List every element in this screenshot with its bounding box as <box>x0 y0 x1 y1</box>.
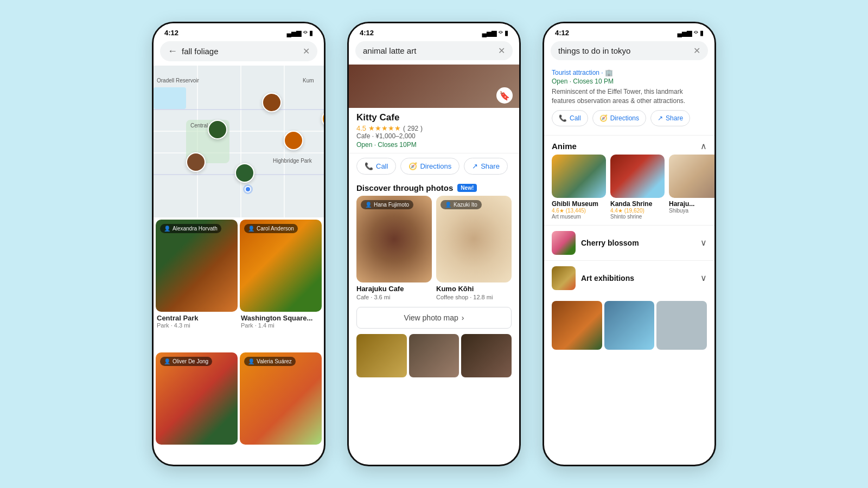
bottom-thumb-2[interactable] <box>461 334 512 377</box>
battery-icon-3: ▮ <box>700 29 704 37</box>
photo-info-1: Washington Square... Park · 1.4 mi <box>240 312 322 332</box>
map-background: Oradell Reservoir Central Park Highbridg… <box>154 66 324 217</box>
cherry-blossom-thumb <box>552 231 576 255</box>
status-bar-2: 4:12 ▄▅▆ ⌔ ▮ <box>349 23 519 39</box>
list-item[interactable]: 👤 Oliver De Jong <box>156 352 238 463</box>
ghibli-title: Ghibli Museum <box>552 200 606 208</box>
phone1-content: Oradell Reservoir Central Park Highbridg… <box>154 66 324 465</box>
current-location-dot <box>245 186 251 192</box>
user-icon: 👤 <box>164 226 170 232</box>
view-map-label: View photo map <box>404 313 458 322</box>
photo-item-2[interactable]: 👤 Oliver De Jong <box>156 352 238 445</box>
user-icon: 👤 <box>164 358 170 364</box>
map-pin-4[interactable] <box>322 109 324 129</box>
view-photo-map-button[interactable]: View photo map › <box>356 307 512 329</box>
back-button-1[interactable]: ← <box>168 46 177 57</box>
tokyo-thumb-1[interactable] <box>604 301 655 350</box>
share-icon-3: ↗ <box>658 114 663 122</box>
map-pin-1[interactable] <box>262 93 282 112</box>
photo-grid-1: 👤 Alexandra Horvath Central Park Park · … <box>154 217 324 465</box>
attraction-info: Tourist attraction · 🏢 Open · Closes 10 … <box>544 65 714 135</box>
directions-button-3[interactable]: 🧭 Directions <box>592 110 646 126</box>
share-button-2[interactable]: ↗ Share <box>464 158 508 175</box>
listing-top-image: 🔖 <box>349 65 519 108</box>
discover-sub-1: Coffee shop · 12.8 mi <box>436 294 512 300</box>
photo-info-0: Central Park Park · 4.3 mi <box>156 312 238 332</box>
phone-1: 4:12 ▄▅▆ ⌔ ▮ ← ✕ <box>152 22 326 466</box>
photo-item-3[interactable]: 👤 Valeria Suárez <box>240 352 322 445</box>
cherry-blossom-row[interactable]: Cherry blossom ∨ <box>544 225 714 260</box>
kanda-shrine-image <box>610 155 665 198</box>
map-pin-5[interactable] <box>186 152 206 172</box>
anime-cards: Ghibli Museum 4.6★ (13,445) Art museum K… <box>544 155 714 225</box>
chevron-down-icon-art: ∨ <box>700 273 707 283</box>
search-bar-1[interactable]: ← ✕ <box>160 41 317 61</box>
art-exhibitions-row[interactable]: Art exhibitions ∨ <box>544 260 714 296</box>
status-bar-1: 4:12 ▄▅▆ ⌔ ▮ <box>154 23 324 39</box>
discover-title: Discover through photos <box>356 183 453 192</box>
user-icon: 👤 <box>248 358 254 364</box>
listing-name: Kitty Cafe <box>356 112 512 123</box>
bottom-photo-thumbs <box>349 334 519 377</box>
discover-item-0[interactable]: 👤 Hana Fujimoto Harajuku Cafe Cafe · 3.6… <box>356 196 432 300</box>
list-item[interactable]: Kanda Shrine 4.4★ (19,620) Shinto shrine <box>610 155 665 220</box>
listing-review-close: ) <box>420 125 423 132</box>
chevron-down-icon-cherry: ∨ <box>700 237 707 248</box>
phone-3: 4:12 ▄▅▆ ⌔ ▮ ✕ Tourist attraction · 🏢 Op… <box>542 22 716 466</box>
list-item[interactable]: 👤 Valeria Suárez <box>240 352 322 463</box>
map-label-kum: Kum <box>303 78 314 84</box>
bottom-thumb-0[interactable] <box>356 334 407 377</box>
search-input-3[interactable] <box>558 46 689 55</box>
wifi-icon-3: ⌔ <box>694 29 698 37</box>
signal-icon: ▄▅▆ <box>286 29 301 37</box>
photo-item-1[interactable]: 👤 Carol Anderson <box>240 220 322 312</box>
map-pin-2[interactable] <box>208 120 227 139</box>
list-item[interactable]: 👤 Carol Anderson Washington Square... Pa… <box>240 220 322 350</box>
listing-category: Cafe · ¥1,000–2,000 <box>356 132 512 140</box>
tokyo-thumb-0[interactable] <box>552 301 602 350</box>
list-item[interactable]: Haraju... Shibuya <box>669 155 714 220</box>
call-button-3[interactable]: 📞 Call <box>552 110 588 126</box>
bookmark-button[interactable]: 🔖 <box>496 87 513 104</box>
call-button-2[interactable]: 📞 Call <box>356 158 396 175</box>
tokyo-thumb-2[interactable] <box>656 301 707 350</box>
list-item[interactable]: 👤 Alexandra Horvath Central Park Park · … <box>156 220 238 350</box>
phone2-content: Kitty Cafe 4.5 ★★★★★ ( 292 ) Cafe · ¥1,0… <box>349 108 519 465</box>
discover-item-1[interactable]: 👤 Kazuki Ito Kumo Kōhi Coffee shop · 12.… <box>436 196 512 300</box>
close-icon-3[interactable]: ✕ <box>693 46 700 56</box>
directions-button-2[interactable]: 🧭 Directions <box>400 158 459 175</box>
directions-icon-3: 🧭 <box>599 114 608 122</box>
search-input-2[interactable] <box>363 46 494 55</box>
listing-review-number: 292 <box>407 125 418 132</box>
share-button-3[interactable]: ↗ Share <box>650 110 690 126</box>
photo-item-0[interactable]: 👤 Alexandra Horvath <box>156 220 238 312</box>
close-icon-2[interactable]: ✕ <box>498 46 505 56</box>
battery-icon: ▮ <box>309 29 313 37</box>
map-pin-3[interactable] <box>284 131 303 150</box>
directions-icon-2: 🧭 <box>409 162 417 170</box>
attraction-description: Reminiscent of the Eiffel Tower, this la… <box>552 87 707 106</box>
status-bar-3: 4:12 ▄▅▆ ⌔ ▮ <box>544 23 714 39</box>
bottom-thumb-1[interactable] <box>409 334 459 377</box>
map-pin-6[interactable] <box>235 163 254 183</box>
time-2: 4:12 <box>360 29 374 37</box>
discover-photo-0[interactable]: 👤 Hana Fujimoto <box>356 196 432 282</box>
arrow-right-icon: › <box>462 313 464 322</box>
battery-icon-2: ▮ <box>505 29 508 37</box>
anime-section-header[interactable]: Anime ∧ <box>544 135 714 155</box>
kanda-stars: 4.4★ (19,620) <box>610 208 665 214</box>
list-item[interactable]: Ghibli Museum 4.6★ (13,445) Art museum <box>552 155 606 220</box>
discover-photo-1[interactable]: 👤 Kazuki Ito <box>436 196 512 282</box>
search-bar-2[interactable]: ✕ <box>355 41 513 60</box>
search-input-1[interactable] <box>182 47 298 56</box>
wifi-icon: ⌔ <box>303 29 307 37</box>
listing-status: Open · Closes 10PM <box>356 141 512 149</box>
harajuku-title: Haraju... <box>669 200 714 208</box>
search-bar-3[interactable]: ✕ <box>551 41 708 60</box>
ghibli-museum-image <box>552 155 606 198</box>
close-icon-1[interactable]: ✕ <box>303 46 310 56</box>
time-1: 4:12 <box>164 29 178 37</box>
action-buttons-2: 📞 Call 🧭 Directions ↗ Share <box>349 153 519 179</box>
map-view-1[interactable]: Oradell Reservoir Central Park Highbridg… <box>154 66 324 217</box>
attraction-hours: Open · Closes 10 PM <box>552 78 707 85</box>
